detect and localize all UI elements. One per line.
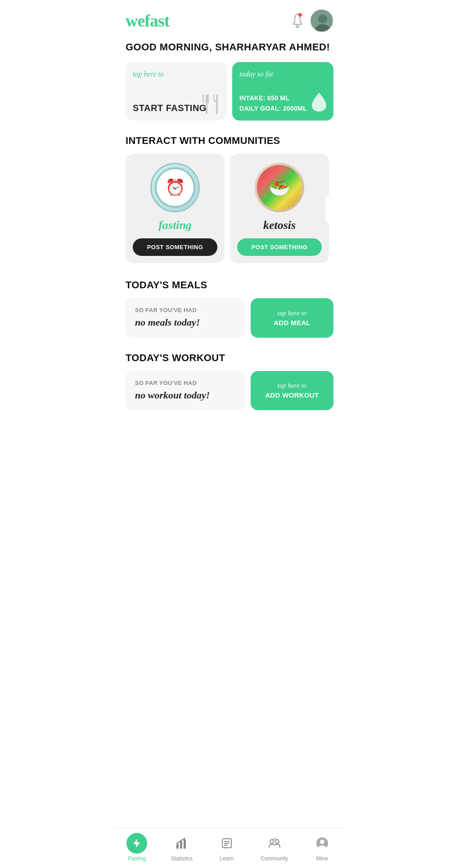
meals-sofar-label: SO FAR YOU'VE HAD [135, 307, 236, 313]
workout-sofar-label: SO FAR YOU'VE HAD [135, 380, 236, 386]
add-meal-tap-label: tap here to [278, 309, 306, 317]
workout-row: SO FAR YOU'VE HAD no workout today! tap … [115, 371, 344, 421]
workout-status-card: SO FAR YOU'VE HAD no workout today! [126, 371, 245, 411]
add-meal-action-label: ADD MEAL [274, 319, 310, 327]
workout-empty-label: no workout today! [135, 389, 236, 402]
workout-section-title: TODAY'S WORKOUT [115, 349, 344, 371]
fasting-community-image: ⏰ [150, 163, 200, 212]
ketosis-post-button[interactable]: POST SOMETHING [237, 238, 322, 256]
meals-status-card: SO FAR YOU'VE HAD no meals today! [126, 298, 245, 338]
svg-rect-5 [206, 94, 207, 114]
svg-rect-8 [216, 94, 218, 114]
app-logo: wefast [126, 11, 169, 31]
fasting-community-label: fasting [158, 219, 192, 232]
meals-row: SO FAR YOU'VE HAD no meals today! tap he… [115, 298, 344, 349]
svg-point-3 [318, 14, 327, 23]
food-bowl-illustration: 🥗 [257, 165, 302, 210]
logo-fast: fast [144, 11, 169, 30]
add-workout-button[interactable]: tap here to ADD WORKOUT [251, 371, 333, 411]
utensils-icon [202, 94, 220, 114]
header: wefast [115, 0, 344, 37]
meals-empty-label: no meals today! [135, 316, 236, 329]
water-card[interactable]: today so far INTAKE: 650 ML DAILY GOAL: … [232, 62, 333, 121]
greeting-text: GOOD MORNING, SHARHARYAR AHMED! [115, 37, 344, 62]
avatar[interactable] [310, 9, 333, 32]
ketosis-community-label: ketosis [263, 219, 296, 232]
add-workout-action-label: ADD WORKOUT [265, 391, 319, 399]
clock-illustration: ⏰ [155, 167, 195, 208]
svg-point-0 [296, 26, 299, 27]
communities-section-title: INTERACT WITH COMMUNITIES [115, 131, 344, 154]
add-meal-button[interactable]: tap here to ADD MEAL [251, 298, 333, 338]
quick-action-cards: tap here to START FASTING today so far I… [115, 62, 344, 131]
community-cards-row: ⏰ fasting POST SOMETHING 🥗 ketosis POST … [115, 154, 344, 276]
clock-icon: ⏰ [165, 178, 185, 197]
start-fasting-card[interactable]: tap here to START FASTING [126, 62, 227, 121]
svg-rect-6 [202, 94, 204, 103]
meals-section-title: TODAY'S MEALS [115, 276, 344, 298]
bell-icon[interactable] [291, 13, 304, 28]
header-icons [291, 9, 333, 32]
drop-icon [311, 92, 327, 114]
add-workout-tap-label: tap here to [278, 382, 306, 389]
scroll-tab [325, 195, 333, 222]
community-card-ketosis: 🥗 ketosis POST SOMETHING [230, 154, 329, 263]
svg-point-1 [298, 13, 302, 17]
ketosis-community-image: 🥗 [255, 163, 304, 212]
avatar-image [311, 10, 333, 31]
fasting-tap-label: tap here to [133, 70, 220, 78]
fasting-post-button[interactable]: POST SOMETHING [133, 238, 217, 256]
community-card-fasting: ⏰ fasting POST SOMETHING [126, 154, 225, 263]
svg-rect-7 [207, 94, 209, 103]
water-tap-label: today so far [239, 70, 326, 78]
logo-we: we [126, 11, 144, 30]
